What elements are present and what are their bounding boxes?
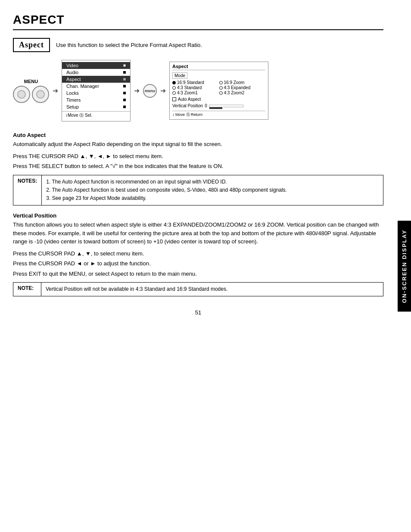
auto-aspect-checkbox	[172, 97, 176, 101]
cursor-instruction-1: Press THE CURSOR PAD ▲, ▼, ◄, ► to selec…	[13, 152, 383, 161]
page-number: 51	[13, 309, 383, 316]
side-tab: ON-SCREEN DISPLAY	[398, 221, 411, 311]
menu-item-chan-manager: Chan. Manager	[62, 83, 130, 90]
radio-43-zoom1	[172, 91, 176, 95]
slider-track	[209, 105, 243, 107]
radio-169-standard	[172, 81, 176, 84]
mode-43-zoom2: 4:3 Zoom2	[219, 90, 266, 95]
menu-btn-area: menu	[143, 84, 157, 98]
aspect-description: Use this function to select the Picture …	[56, 42, 202, 48]
mode-169-standard: 16:9 Standard	[172, 80, 219, 85]
menu-item-aspect: Aspect	[62, 76, 130, 83]
radio-43-zoom2	[219, 91, 223, 95]
note-item-1: 1. The Auto Aspect function is recommend…	[46, 178, 287, 186]
vertical-pos-value: 0	[205, 103, 207, 108]
notes-content: 1. The Auto Aspect function is recommend…	[42, 175, 291, 205]
menu-item-setup: Setup	[62, 103, 130, 110]
arrow-1: ➜	[53, 87, 58, 95]
note-content: Vertical Position will not be available …	[41, 283, 232, 296]
menu-item-locks: Locks	[62, 90, 130, 96]
note-box: NOTE: Vertical Position will not be avai…	[13, 282, 383, 296]
auto-aspect-label: Auto Aspect	[178, 97, 201, 102]
vp-instruction-2: Press the CURSOR PAD ◄ or ► to adjust th…	[13, 259, 383, 268]
vp-instruction-3: Press EXIT to quit the MENU, or select A…	[13, 270, 383, 278]
vp-instruction-1: Press the CURSOR PAD ▲, ▼, to select men…	[13, 249, 383, 258]
remote-circle-left	[13, 86, 30, 103]
aspect-screenshot-title: Aspect	[172, 64, 265, 70]
note-label: NOTE:	[13, 283, 41, 296]
arrow-2: ➜	[134, 87, 140, 95]
mode-43-expanded: 4:3 Expanded	[219, 85, 266, 90]
menu-label: MENU	[24, 79, 38, 84]
notes-label: NOTES:	[13, 175, 42, 205]
note-item-3: 3. See page 23 for Aspect Mode availabil…	[46, 194, 287, 202]
menu-item-video: Video	[62, 62, 130, 69]
note-item-2: 2. The Auto Aspect function is best used…	[46, 186, 287, 194]
aspect-label-row: Aspect Use this function to select the P…	[13, 38, 383, 52]
auto-aspect-text: Automatically adjust the Aspect Ratio de…	[13, 140, 383, 149]
mode-43-zoom1: 4:3 Zoom1	[172, 90, 219, 95]
vertical-pos-row: Vertical Position 0	[172, 103, 265, 108]
notes-box: NOTES: 1. The Auto Aspect function is re…	[13, 175, 383, 206]
menu-btn-circle: menu	[143, 84, 157, 98]
auto-aspect-row: Auto Aspect	[172, 97, 265, 102]
menu-item-audio: Audio	[62, 69, 130, 76]
menu-footer: ↕Move ⓢ Sel.	[62, 111, 130, 119]
vertical-position-heading: Vertical Position	[13, 212, 383, 219]
vertical-position-text: This function allows you to select when …	[13, 221, 383, 246]
vertical-pos-label: Vertical Position	[172, 103, 203, 108]
radio-43-standard	[172, 86, 176, 90]
cursor-instruction-2: Press THE SELECT button to select. A "√"…	[13, 162, 383, 171]
remote-circle-inner	[17, 90, 26, 99]
menu-screenshot: Video Audio Aspect Chan. Manager Locks T…	[62, 60, 131, 121]
slider-fill	[209, 107, 222, 109]
page-title: ASPECT	[13, 13, 383, 30]
arrow-3: ➜	[160, 87, 166, 95]
remote-circle-right	[32, 86, 49, 103]
aspect-footer: ↕ Move ⓢ Return	[172, 111, 265, 118]
mode-label: Mode	[172, 72, 187, 79]
mode-43-standard: 4:3 Standard	[172, 85, 219, 90]
aspect-mode-grid: 16:9 Standard 16:9 Zoom 4:3 Standard 4:3…	[172, 80, 265, 95]
menu-remote: MENU	[13, 79, 49, 103]
radio-43-expanded	[219, 86, 223, 90]
remote-circle-inner2	[36, 90, 45, 99]
aspect-screenshot: Aspect Mode 16:9 Standard 16:9 Zoom 4:3 …	[169, 62, 268, 120]
auto-aspect-heading: Auto Aspect	[13, 132, 383, 138]
aspect-label-box: Aspect	[13, 38, 50, 52]
mode-169-zoom: 16:9 Zoom	[219, 80, 266, 85]
radio-169-zoom	[219, 81, 223, 84]
diagram-area: MENU ➜ Video Audio Aspect	[13, 60, 383, 121]
menu-item-timers: Timers	[62, 96, 130, 103]
